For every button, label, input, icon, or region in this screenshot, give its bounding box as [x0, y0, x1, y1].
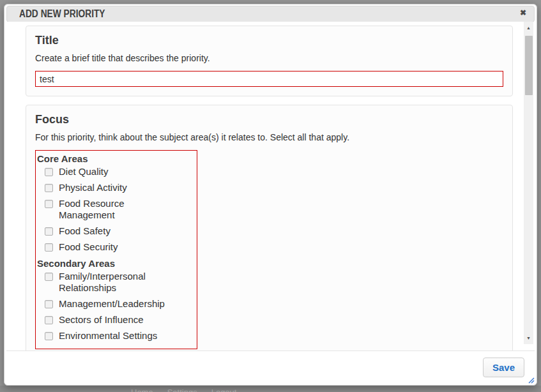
vertical-scrollbar[interactable]: ▲ ▼	[524, 22, 533, 344]
checkbox-unchecked-icon[interactable]	[45, 300, 53, 308]
dimmed-background-footer: HomeSettingsLogout	[0, 386, 541, 392]
checkbox-option-row[interactable]: Food Safety	[37, 225, 195, 237]
checkbox-unchecked-icon[interactable]	[45, 316, 53, 324]
checkbox-label: Sectors of Influence	[59, 314, 144, 326]
background-link-logout: Logout	[211, 388, 237, 392]
checkbox-unchecked-icon[interactable]	[45, 332, 53, 340]
checkbox-option-row[interactable]: Diet Quality	[37, 166, 195, 177]
background-link-settings: Settings	[167, 388, 197, 392]
checkbox-unchecked-icon[interactable]	[45, 273, 53, 281]
checkbox-group-label: Core Areas	[37, 153, 195, 165]
scrollbar-thumb[interactable]	[525, 36, 533, 95]
checkbox-option-row[interactable]: Food Security	[37, 241, 195, 253]
background-nav-links: HomeSettingsLogout	[131, 388, 250, 392]
checkbox-group-label: Secondary Areas	[37, 257, 195, 269]
checkbox-label: Food Security	[59, 241, 118, 253]
checkbox-label: Diet Quality	[59, 166, 109, 177]
focus-section-heading: Focus	[35, 113, 503, 126]
checkbox-option-row[interactable]: Environmental Settings	[37, 330, 195, 342]
title-section-description: Create a brief title that describes the …	[35, 52, 503, 64]
focus-section-description: For this priority, think about the subje…	[35, 132, 503, 143]
checkbox-option-row[interactable]: Physical Activity	[37, 182, 195, 193]
add-new-priority-dialog: ADD NEW PRIORITY ✖ Title Create a brief …	[4, 4, 537, 386]
checkbox-unchecked-icon[interactable]	[45, 200, 53, 208]
checkbox-unchecked-icon[interactable]	[45, 184, 53, 192]
checkbox-label: Management/Leadership	[59, 298, 165, 310]
dialog-footer: Save	[6, 351, 535, 385]
checkbox-label: Family/Interpersonal Relationships	[59, 271, 169, 294]
checkbox-unchecked-icon[interactable]	[45, 168, 53, 176]
dialog-titlebar: ADD NEW PRIORITY	[6, 6, 535, 22]
checkbox-label: Physical Activity	[59, 182, 127, 193]
checkbox-label: Food Resource Management	[59, 198, 169, 221]
scroll-down-icon[interactable]: ▼	[524, 333, 533, 343]
focus-section: Focus For this priority, think about the…	[26, 105, 513, 351]
checkbox-label: Environmental Settings	[59, 330, 157, 342]
scroll-up-icon[interactable]: ▲	[524, 23, 533, 33]
checkbox-unchecked-icon[interactable]	[45, 227, 53, 236]
checkbox-option-row[interactable]: Sectors of Influence	[37, 314, 195, 326]
checkbox-label: Food Safety	[59, 225, 110, 237]
priority-title-input[interactable]	[35, 71, 503, 87]
checkbox-option-row[interactable]: Food Resource Management	[37, 198, 195, 221]
checkbox-option-row[interactable]: Family/Interpersonal Relationships	[37, 271, 195, 294]
dialog-title: ADD NEW PRIORITY	[19, 8, 105, 20]
checkbox-unchecked-icon[interactable]	[45, 243, 53, 252]
checkbox-option-row[interactable]: Management/Leadership	[37, 298, 195, 310]
save-button[interactable]: Save	[483, 358, 524, 377]
focus-checkbox-groups: Core AreasDiet QualityPhysical ActivityF…	[35, 150, 197, 349]
background-link-home: Home	[131, 388, 153, 392]
dialog-scroll-area: Title Create a brief title that describe…	[6, 22, 535, 351]
title-section-heading: Title	[35, 34, 503, 47]
title-section: Title Create a brief title that describe…	[26, 26, 513, 96]
resize-handle-icon[interactable]	[526, 375, 535, 383]
close-icon[interactable]: ✖	[517, 7, 529, 19]
